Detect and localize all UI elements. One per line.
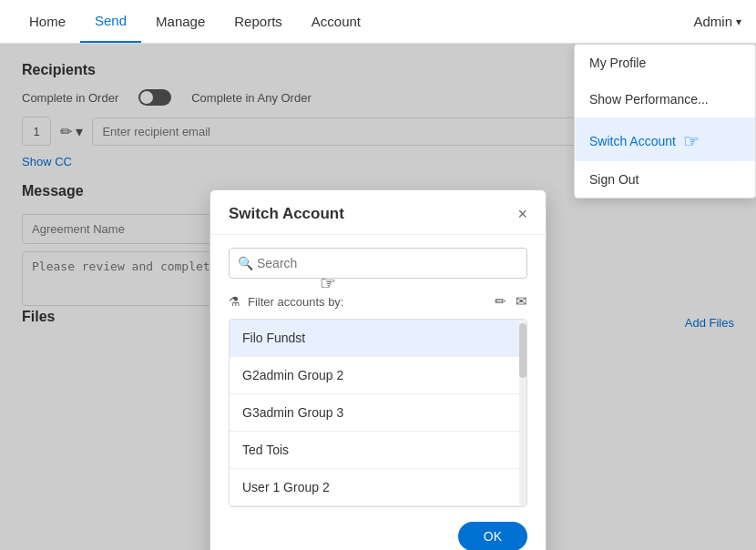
nav-manage[interactable]: Manage [141, 1, 220, 42]
top-nav: Home Send Manage Reports Account Admin M… [0, 0, 756, 44]
modal-search-input[interactable] [229, 248, 527, 279]
cursor-hand-icon: ☞ [683, 130, 700, 152]
filter-bar: ⚗ Filter accounts by: ✏ ✉ [210, 288, 546, 315]
account-item-user1[interactable]: User 1 Group 2 [230, 469, 526, 506]
search-icon: 🔍 [238, 256, 253, 270]
admin-button[interactable]: Admin [693, 14, 741, 29]
filter-icon: ⚗ [229, 294, 240, 309]
modal-header: Switch Account × [210, 190, 546, 235]
nav-reports[interactable]: Reports [220, 1, 297, 42]
dropdown-sign-out[interactable]: Sign Out [575, 161, 755, 198]
modal-footer: OK [210, 507, 546, 550]
account-item-g2admin[interactable]: G2admin Group 2 [230, 357, 526, 394]
account-item-ted[interactable]: Ted Tois [230, 432, 526, 469]
switch-account-modal: Switch Account × 🔍 ⚗ Filter accounts by:… [209, 189, 547, 550]
modal-title: Switch Account [229, 205, 344, 223]
nav-right: Admin [693, 14, 741, 29]
nav-home[interactable]: Home [15, 1, 80, 42]
email-filter-icon[interactable]: ✉ [516, 293, 527, 310]
filter-actions: ✏ ✉ [495, 293, 527, 310]
admin-dropdown: My Profile Show Performance... Switch Ac… [574, 44, 756, 199]
scrollbar-track [519, 320, 526, 506]
account-item-filo[interactable]: Filo Fundst [230, 320, 526, 357]
nav-send[interactable]: Send [80, 0, 141, 43]
dropdown-show-performance[interactable]: Show Performance... [575, 81, 755, 117]
filter-left: ⚗ Filter accounts by: [229, 294, 344, 309]
dropdown-switch-account[interactable]: Switch Account ☞ [575, 117, 755, 161]
dropdown-my-profile[interactable]: My Profile [575, 45, 755, 81]
scrollbar-thumb[interactable] [519, 323, 526, 378]
nav-account[interactable]: Account [297, 1, 375, 42]
account-list: Filo Fundst G2admin Group 2 G3admin Grou… [229, 319, 527, 507]
ok-button[interactable]: OK [458, 522, 527, 550]
account-item-g3admin[interactable]: G3admin Group 3 [230, 394, 526, 432]
modal-close-button[interactable]: × [517, 206, 527, 222]
filter-label: Filter accounts by: [248, 295, 344, 309]
edit-filter-icon[interactable]: ✏ [495, 293, 506, 310]
modal-search-wrapper: 🔍 [229, 248, 527, 279]
